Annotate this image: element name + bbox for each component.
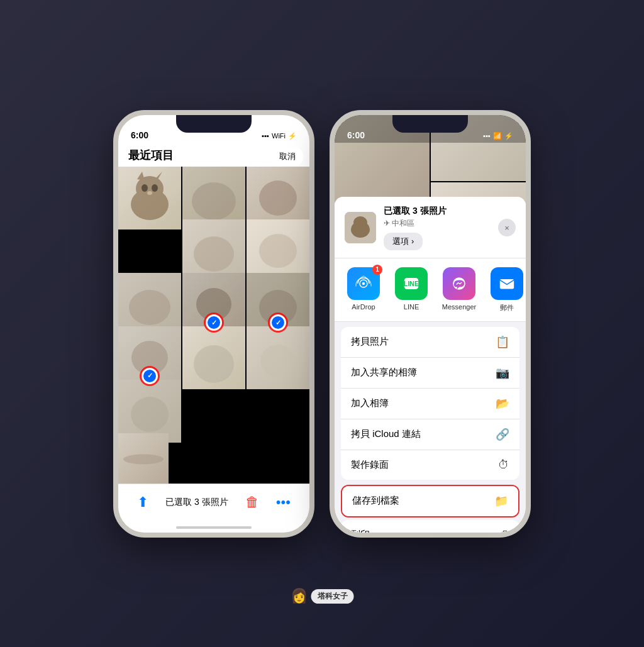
close-icon: × bbox=[504, 223, 509, 233]
svg-marker-2 bbox=[137, 172, 145, 180]
svg-point-1 bbox=[136, 176, 164, 201]
svg-point-4 bbox=[142, 184, 148, 192]
svg-point-17 bbox=[131, 397, 169, 432]
add-album-label: 加入相簿 bbox=[351, 397, 389, 409]
status-time-right: 6:00 bbox=[347, 130, 365, 140]
menu-item-slideshow[interactable]: 製作錄面 ⏱ bbox=[341, 450, 519, 480]
copy-icloud-icon: 🔗 bbox=[496, 428, 509, 441]
app-icons-row: 1 AirDrop LINE LINE bbox=[335, 258, 526, 322]
notch-right bbox=[392, 115, 468, 133]
share-info: 已選取 3 張照片 ✈ 中和區 選項 › bbox=[384, 206, 491, 250]
svg-point-21 bbox=[353, 216, 367, 229]
share-location: 中和區 bbox=[392, 218, 414, 229]
menu-item-print[interactable]: 列印 🖨 bbox=[341, 520, 519, 533]
menu-item-add-shared-album[interactable]: 加入共享的相簿 📷 bbox=[341, 358, 519, 389]
svg-point-18 bbox=[123, 454, 164, 464]
mail-label: 郵件 bbox=[500, 303, 514, 312]
check-circle-3 bbox=[142, 368, 158, 384]
svg-point-8 bbox=[259, 180, 297, 216]
share-title: 已選取 3 張照片 bbox=[384, 206, 491, 217]
svg-point-16 bbox=[260, 345, 296, 377]
share-options-button[interactable]: 選項 › bbox=[384, 233, 423, 250]
options-label: 選項 bbox=[392, 236, 409, 247]
battery-icon: ⚡ bbox=[288, 132, 297, 140]
left-phone: 6:00 ▪▪▪ WiFi ⚡ 最近項目 取消 bbox=[113, 110, 314, 538]
save-files-container: 儲存到檔案 📁 bbox=[341, 485, 519, 517]
share-header: 已選取 3 張照片 ✈ 中和區 選項 › × bbox=[335, 197, 526, 258]
share-subtitle: ✈ 中和區 bbox=[384, 218, 491, 229]
app-item-messenger[interactable]: Messenger bbox=[440, 267, 478, 312]
print-icon: 🖨 bbox=[498, 528, 509, 533]
add-album-icon: 📂 bbox=[496, 397, 509, 411]
cancel-button[interactable]: 取消 bbox=[272, 148, 303, 165]
svg-point-9 bbox=[194, 236, 234, 272]
photo-cell-big[interactable] bbox=[118, 167, 181, 229]
svg-point-11 bbox=[129, 290, 170, 325]
svg-point-5 bbox=[152, 184, 158, 192]
more-icon[interactable]: ••• bbox=[276, 494, 291, 511]
add-shared-album-icon: 📷 bbox=[496, 366, 509, 380]
copy-photo-label: 拷貝照片 bbox=[351, 336, 389, 348]
line-app-icon: LINE bbox=[395, 267, 428, 300]
home-indicator-left bbox=[118, 521, 309, 533]
share-sheet: 已選取 3 張照片 ✈ 中和區 選項 › × bbox=[335, 197, 526, 533]
check-circle-2 bbox=[270, 314, 286, 331]
watermark-text: 塔科女子 bbox=[311, 589, 354, 604]
save-to-files-label: 儲存到檔案 bbox=[352, 495, 399, 507]
copy-photo-icon: 📋 bbox=[496, 335, 509, 349]
line-label: LINE bbox=[404, 303, 419, 311]
menu-list: 拷貝照片 📋 加入共享的相簿 📷 加入相簿 📂 拷貝 iCloud 連結 🔗 製… bbox=[341, 327, 519, 480]
signal-icon: ▪▪▪ bbox=[262, 132, 269, 140]
battery-icon-right: ⚡ bbox=[504, 132, 513, 140]
airdrop-label: AirDrop bbox=[352, 303, 375, 311]
status-time-left: 6:00 bbox=[131, 130, 148, 140]
share-close-button[interactable]: × bbox=[498, 219, 516, 236]
location-icon: ✈ bbox=[384, 219, 390, 228]
share-thumbnail bbox=[345, 212, 376, 243]
wifi-icon-right: 📶 bbox=[493, 132, 502, 140]
photo-cell-wide[interactable] bbox=[118, 433, 169, 484]
messenger-label: Messenger bbox=[442, 303, 476, 311]
svg-point-7 bbox=[192, 182, 236, 220]
bottom-toolbar: ⬆ 已選取 3 張照片 🗑 ••• bbox=[118, 484, 309, 521]
menu-item-copy-photo[interactable]: 拷貝照片 📋 bbox=[341, 327, 519, 358]
menu-item-copy-icloud[interactable]: 拷貝 iCloud 連結 🔗 bbox=[341, 419, 519, 450]
signal-icon-right: ▪▪▪ bbox=[483, 132, 491, 140]
svg-point-15 bbox=[194, 345, 234, 383]
menu-item-save-to-files[interactable]: 儲存到檔案 📁 bbox=[342, 486, 518, 516]
status-icons-left: ▪▪▪ WiFi ⚡ bbox=[262, 132, 297, 140]
messenger-app-icon bbox=[443, 267, 475, 300]
right-phone: 6:00 ▪▪▪ 📶 ⚡ ✓ ✓ bbox=[330, 110, 531, 538]
share-icon[interactable]: ⬆ bbox=[137, 494, 148, 511]
mail-app-icon bbox=[491, 267, 523, 300]
watermark-avatar: 👩 bbox=[291, 588, 308, 604]
svg-text:LINE: LINE bbox=[404, 279, 419, 287]
print-label: 列印 bbox=[351, 529, 370, 533]
status-icons-right: ▪▪▪ 📶 ⚡ bbox=[483, 132, 513, 140]
add-shared-album-label: 加入共享的相簿 bbox=[351, 367, 417, 379]
slideshow-label: 製作錄面 bbox=[351, 459, 389, 471]
album-title: 最近項目 bbox=[128, 148, 174, 163]
airdrop-icon: 1 bbox=[347, 267, 380, 300]
menu-item-add-album[interactable]: 加入相簿 📂 bbox=[341, 389, 519, 419]
cat-image-1 bbox=[118, 167, 181, 229]
selected-count: 已選取 3 張照片 bbox=[165, 497, 228, 508]
app-item-line[interactable]: LINE LINE bbox=[392, 267, 430, 312]
svg-point-23 bbox=[362, 282, 365, 285]
check-circle-1 bbox=[206, 314, 222, 331]
svg-point-10 bbox=[259, 234, 297, 268]
svg-point-6 bbox=[147, 191, 152, 195]
airdrop-badge: 1 bbox=[372, 265, 382, 275]
app-item-airdrop[interactable]: 1 AirDrop bbox=[345, 267, 382, 312]
photo-cell-11[interactable] bbox=[247, 326, 309, 389]
chevron-right-icon: › bbox=[411, 236, 414, 246]
delete-icon[interactable]: 🗑 bbox=[245, 494, 259, 511]
save-to-files-icon: 📁 bbox=[494, 494, 508, 508]
notch bbox=[176, 115, 252, 133]
watermark: 👩 塔科女子 bbox=[291, 588, 354, 604]
slideshow-icon: ⏱ bbox=[498, 458, 509, 472]
wifi-icon: WiFi bbox=[272, 132, 286, 140]
copy-icloud-label: 拷貝 iCloud 連結 bbox=[351, 428, 421, 440]
photo-cell-10[interactable] bbox=[182, 326, 245, 389]
app-item-mail[interactable]: 郵件 bbox=[488, 267, 526, 312]
